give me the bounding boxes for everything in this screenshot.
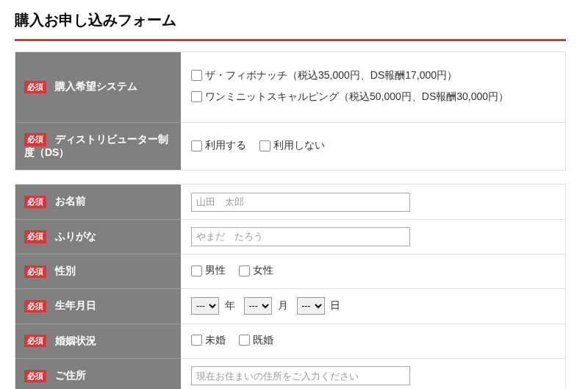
label-text-name: お名前 (55, 196, 86, 207)
required-badge: 必須 (24, 335, 46, 347)
ds-option-2[interactable]: 利用しない (259, 139, 325, 152)
form-block-1: 必須 購入希望システム ザ・フィボナッチ（税込35,000円、DS報酬17,00… (15, 51, 566, 171)
birth-month-unit: 月 (278, 299, 288, 311)
required-badge: 必須 (24, 196, 46, 208)
value-birth: --- 年 --- 月 --- 日 (181, 288, 565, 323)
label-text-furigana: ふりがな (55, 230, 96, 242)
label-birth: 必須 生年月日 (15, 288, 181, 323)
label-text-address: ご住所 (55, 369, 86, 381)
form-block-2: 必須 お名前 必須 ふりがな 必須 性別 男 (15, 184, 566, 389)
value-name (181, 185, 565, 218)
required-badge: 必須 (24, 265, 46, 278)
value-furigana (181, 219, 565, 254)
required-badge: 必須 (24, 370, 46, 382)
gender-option-female[interactable]: 女性 (239, 264, 273, 277)
required-badge: 必須 (24, 230, 46, 243)
title-underline (15, 39, 566, 41)
birth-year-select[interactable]: --- (191, 297, 219, 315)
label-gender: 必須 性別 (15, 254, 181, 288)
system-option-2-label: ワンミニットスキャルピング（税込50,000円、DS報酬30,000円） (205, 87, 509, 107)
value-gender: 男性 女性 (181, 254, 565, 288)
label-text-marital: 婚姻状況 (55, 335, 96, 346)
marital-checkbox-married[interactable] (239, 335, 250, 346)
ds-option-1[interactable]: 利用する (191, 139, 246, 152)
marital-checkbox-single[interactable] (191, 335, 202, 346)
value-marital: 未婚 既婚 (181, 324, 565, 358)
label-text-birth: 生年月日 (55, 300, 96, 312)
required-badge: 必須 (24, 81, 46, 93)
label-name: 必須 お名前 (15, 185, 181, 218)
system-checkbox-1[interactable] (191, 70, 202, 81)
furigana-input[interactable] (191, 227, 410, 246)
address-input[interactable] (191, 366, 410, 385)
birth-day-select[interactable]: --- (297, 297, 325, 315)
marital-option-single[interactable]: 未婚 (191, 334, 226, 347)
birth-month-select[interactable]: --- (244, 297, 272, 315)
required-badge: 必須 (24, 133, 46, 146)
ds-checkbox-2[interactable] (259, 140, 270, 151)
system-option-1[interactable]: ザ・フィボナッチ（税込35,000円、DS報酬17,000円） (191, 65, 457, 85)
label-marital: 必須 婚姻状況 (15, 324, 181, 358)
system-option-1-label: ザ・フィボナッチ（税込35,000円、DS報酬17,000円） (205, 65, 457, 85)
ds-option-1-label: 利用する (205, 139, 246, 152)
gender-option-male[interactable]: 男性 (191, 264, 226, 277)
system-option-2[interactable]: ワンミニットスキャルピング（税込50,000円、DS報酬30,000円） (191, 87, 509, 107)
value-address (181, 358, 565, 389)
gender-checkbox-female[interactable] (239, 265, 250, 276)
marital-option-married[interactable]: 既婚 (239, 334, 273, 347)
value-system: ザ・フィボナッチ（税込35,000円、DS報酬17,000円） ワンミニットスキ… (181, 52, 565, 122)
system-checkbox-2[interactable] (191, 91, 202, 102)
required-badge: 必須 (24, 300, 46, 313)
label-address: 必須 ご住所 (15, 358, 181, 389)
label-text-gender: 性別 (55, 265, 76, 276)
marital-single-label: 未婚 (205, 334, 226, 347)
gender-checkbox-male[interactable] (191, 265, 202, 276)
page-title: 購入お申し込みフォーム (15, 10, 566, 30)
value-ds: 利用する 利用しない (181, 122, 565, 171)
ds-checkbox-1[interactable] (191, 140, 202, 151)
gender-male-label: 男性 (205, 264, 226, 277)
marital-married-label: 既婚 (253, 334, 273, 347)
label-ds: 必須 ディストリビューター制度（DS） (15, 122, 181, 171)
name-input[interactable] (191, 193, 410, 212)
birth-year-unit: 年 (225, 299, 235, 311)
birth-day-unit: 日 (330, 299, 340, 311)
label-furigana: 必須 ふりがな (15, 219, 181, 254)
label-system: 必須 購入希望システム (15, 52, 181, 122)
gender-female-label: 女性 (253, 264, 273, 277)
label-text-system: 購入希望システム (55, 81, 137, 93)
ds-option-2-label: 利用しない (273, 139, 325, 152)
